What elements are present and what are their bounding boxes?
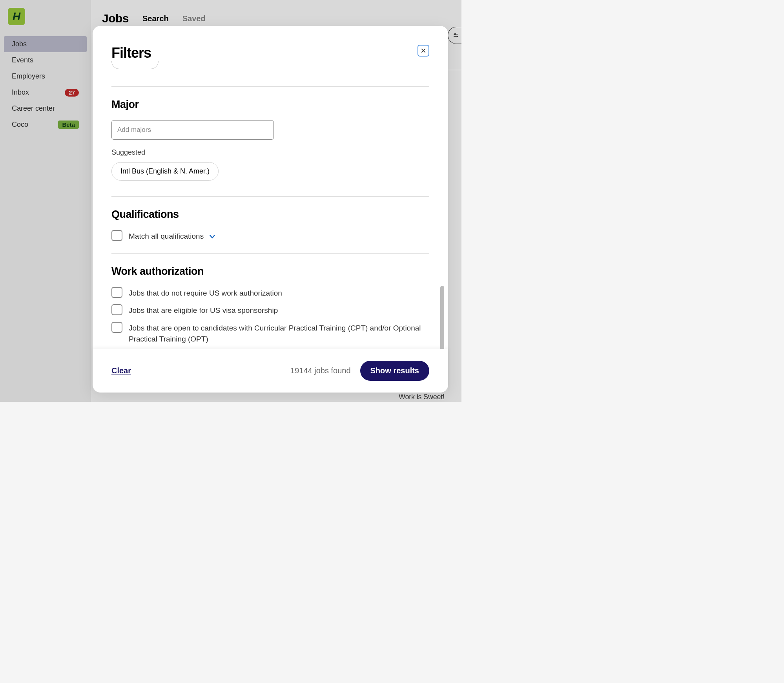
filters-modal: Filters Major Suggested Intl Bus (Englis…	[93, 26, 448, 393]
work-auth-option-1: Jobs that do not require US work authori…	[111, 287, 429, 299]
work-auth-checkbox-1[interactable]	[111, 287, 122, 298]
close-button[interactable]	[418, 45, 429, 57]
suggested-label: Suggested	[111, 148, 429, 157]
major-heading: Major	[111, 99, 429, 111]
suggested-major-pill[interactable]: Intl Bus (English & N. Amer.)	[111, 162, 219, 181]
clear-filters-link[interactable]: Clear	[111, 366, 131, 375]
modal-title: Filters	[111, 45, 151, 61]
results-count: 19144 jobs found	[290, 366, 350, 375]
scrollbar-thumb[interactable]	[440, 286, 444, 349]
section-divider	[111, 196, 429, 197]
work-auth-heading: Work authorization	[111, 265, 429, 278]
section-divider	[111, 86, 429, 87]
partial-pill-above	[111, 61, 159, 69]
modal-header: Filters	[93, 26, 448, 61]
chevron-down-icon[interactable]	[210, 231, 215, 242]
show-results-button[interactable]: Show results	[360, 361, 429, 381]
match-all-label: Match all qualifications	[129, 230, 215, 242]
match-all-text: Match all qualifications	[129, 232, 204, 240]
close-icon	[420, 47, 427, 54]
work-auth-option-3: Jobs that are open to candidates with Cu…	[111, 322, 429, 345]
work-auth-label-3: Jobs that are open to candidates with Cu…	[129, 322, 429, 345]
modal-footer: Clear 19144 jobs found Show results	[93, 349, 448, 393]
work-auth-checkbox-2[interactable]	[111, 304, 122, 315]
work-auth-label-1: Jobs that do not require US work authori…	[129, 287, 282, 299]
modal-body: Major Suggested Intl Bus (English & N. A…	[93, 61, 448, 349]
work-auth-label-2: Jobs that are eligible for US visa spons…	[129, 304, 278, 316]
match-all-row: Match all qualifications	[111, 230, 429, 242]
match-all-checkbox[interactable]	[111, 230, 122, 241]
qualifications-heading: Qualifications	[111, 208, 429, 221]
work-auth-checkbox-3[interactable]	[111, 322, 122, 333]
work-auth-option-2: Jobs that are eligible for US visa spons…	[111, 304, 429, 316]
bg-job-peek: Work is Sweet!	[399, 393, 461, 402]
section-divider	[111, 253, 429, 254]
major-input[interactable]	[111, 120, 274, 140]
